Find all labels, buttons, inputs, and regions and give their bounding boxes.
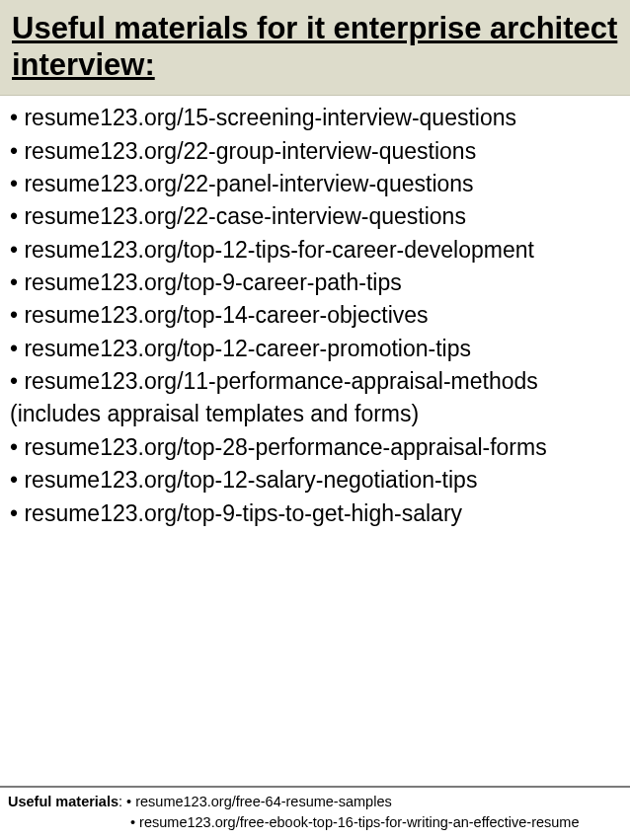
list-item: • resume123.org/top-14-career-objectives	[10, 299, 620, 332]
list-item: • resume123.org/22-group-interview-quest…	[10, 135, 620, 168]
footer-label: Useful materials	[8, 794, 118, 809]
list-item: • resume123.org/top-9-career-path-tips	[10, 267, 620, 299]
header-band: Useful materials for it enterprise archi…	[0, 0, 630, 96]
page-title: Useful materials for it enterprise archi…	[12, 10, 618, 83]
list-item: • resume123.org/top-12-career-promotion-…	[10, 333, 620, 365]
list-item: • resume123.org/top-12-tips-for-career-d…	[10, 234, 620, 267]
content-list: • resume123.org/15-screening-interview-q…	[0, 96, 630, 529]
footer: Useful materials: • resume123.org/free-6…	[0, 786, 630, 832]
list-item: • resume123.org/top-28-performance-appra…	[10, 431, 620, 464]
list-item: • resume123.org/11-performance-appraisal…	[10, 365, 620, 431]
list-item: • resume123.org/top-12-salary-negotiatio…	[10, 464, 620, 496]
footer-line-1: Useful materials: • resume123.org/free-6…	[8, 792, 622, 811]
list-item: • resume123.org/22-case-interview-questi…	[10, 200, 620, 233]
list-item: • resume123.org/15-screening-interview-q…	[10, 102, 620, 134]
footer-text-1: : • resume123.org/free-64-resume-samples	[118, 794, 392, 809]
list-item: • resume123.org/22-panel-interview-quest…	[10, 168, 620, 200]
footer-line-2: • resume123.org/free-ebook-top-16-tips-f…	[8, 812, 622, 832]
list-item: • resume123.org/top-9-tips-to-get-high-s…	[10, 497, 620, 530]
